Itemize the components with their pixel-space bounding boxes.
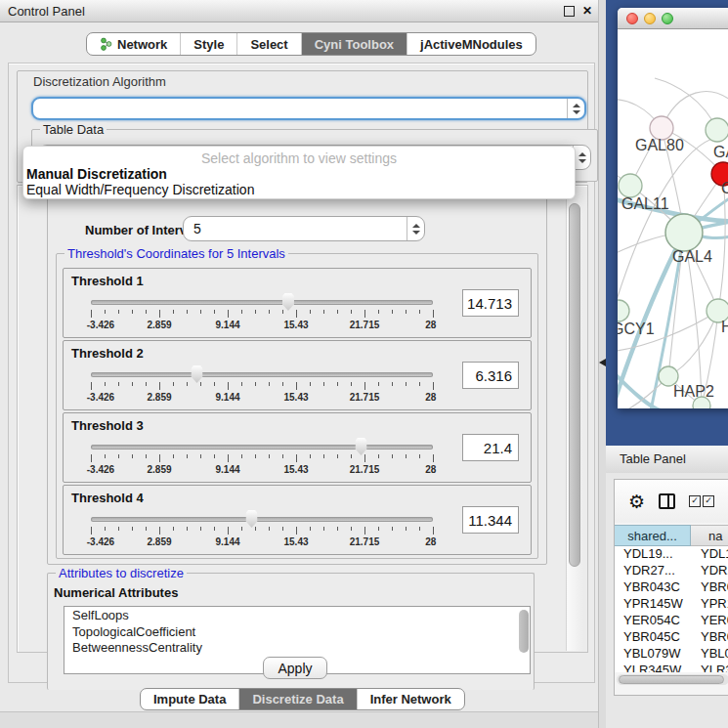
slider-tick-labels: -3.426 2.859 9.144 15.43 21.715 28 xyxy=(91,320,433,331)
tick-label: 2.859 xyxy=(147,464,171,475)
table-row[interactable]: YER054CYER0 xyxy=(615,613,728,629)
cell[interactable]: YBR0 xyxy=(690,629,728,646)
table-row[interactable]: YBR043CYBR0 xyxy=(615,579,728,596)
slider-handle[interactable] xyxy=(190,365,204,383)
slider-track[interactable] xyxy=(91,517,433,522)
slider-track[interactable] xyxy=(91,372,433,377)
tab-discretize-data[interactable]: Discretize Data xyxy=(239,689,357,709)
cell[interactable]: YLR345W xyxy=(615,663,690,672)
cell[interactable]: YER054C xyxy=(615,613,690,629)
threshold-3-value-field[interactable]: 21.4 xyxy=(462,434,519,461)
popup-hint: Select algorithm to view settings xyxy=(23,150,575,166)
algorithm-combobox[interactable] xyxy=(31,97,586,120)
threshold-1-slider[interactable]: -3.426 2.859 9.144 15.43 21.715 28 xyxy=(91,292,433,333)
table-horizontal-scrollbar-thumb[interactable] xyxy=(619,675,724,684)
slider-track[interactable] xyxy=(91,300,433,305)
cell[interactable]: YBL0 xyxy=(690,646,728,663)
checkbox-icon[interactable] xyxy=(703,495,714,507)
cell[interactable]: YDR2 xyxy=(690,563,728,579)
node-gcy1[interactable] xyxy=(618,300,629,321)
slider-handle[interactable] xyxy=(280,293,295,311)
mouse-cursor xyxy=(599,359,606,366)
combo-stepper-icon[interactable] xyxy=(567,99,584,118)
close-icon[interactable] xyxy=(582,5,592,17)
panel-scrollbar[interactable] xyxy=(566,187,583,651)
cell[interactable]: YBR0 xyxy=(690,579,728,596)
list-scrollbar[interactable] xyxy=(519,610,529,653)
gear-icon[interactable] xyxy=(628,492,645,511)
cell[interactable]: YPR1 xyxy=(690,596,728,613)
cell[interactable]: YDL19... xyxy=(615,546,690,563)
bottom-tab-bar: Impute Data Discretize Data Infer Networ… xyxy=(140,688,465,710)
threshold-1-value-field[interactable]: 14.713 xyxy=(462,289,519,317)
mac-minimize-button[interactable] xyxy=(644,13,656,24)
popup-option-manual-discretization[interactable]: Manual Discretization xyxy=(26,166,561,182)
network-canvas[interactable]: GAL80 GA C GAL11 GAL4 GCY1 H HAP2 xyxy=(618,29,728,408)
threshold-3-slider[interactable]: -3.426 2.859 9.144 15.43 21.715 28 xyxy=(91,437,433,478)
popup-option-equal-width-frequency[interactable]: Equal Width/Frequency Discretization xyxy=(26,182,561,197)
discretization-algorithm-label: Discretization Algorithm xyxy=(33,74,166,89)
slider-handle[interactable] xyxy=(244,510,259,528)
threshold-2-value-field[interactable]: 6.316 xyxy=(462,362,519,389)
tab-impute-data[interactable]: Impute Data xyxy=(141,689,239,709)
threshold-4-value-field[interactable]: 11.344 xyxy=(462,506,519,534)
cell[interactable]: YBR045C xyxy=(615,629,690,646)
checkbox-icon[interactable] xyxy=(689,495,701,507)
slider-handle[interactable] xyxy=(354,438,368,455)
tab-infer-network[interactable]: Infer Network xyxy=(358,689,464,709)
cell[interactable]: YBL079W xyxy=(615,646,690,663)
threshold-4-slider[interactable]: -3.426 2.859 9.144 15.43 21.715 28 xyxy=(91,509,433,550)
tick-label: 15.43 xyxy=(283,392,308,403)
table-toolbar xyxy=(615,480,728,523)
split-columns-icon[interactable] xyxy=(659,493,675,509)
table-row[interactable]: YDL19...YDL1 xyxy=(615,546,728,563)
column-header-name[interactable]: na xyxy=(691,525,728,546)
cell[interactable]: YER0 xyxy=(690,613,728,629)
node-gal4[interactable] xyxy=(665,214,703,251)
node-ga[interactable] xyxy=(706,118,728,142)
cell[interactable]: YBR043C xyxy=(615,579,690,596)
cell[interactable]: YPR145W xyxy=(615,596,690,613)
node-gal11[interactable] xyxy=(619,174,642,197)
table-panel-title: Table Panel xyxy=(620,451,686,466)
attribute-table: shared... na YDL19...YDL1 YDR27...YDR2 Y… xyxy=(615,525,728,697)
list-item[interactable]: BetweennessCentrality xyxy=(64,639,530,656)
list-item[interactable]: SelfLoops xyxy=(64,607,530,623)
cell[interactable]: YDL1 xyxy=(690,546,728,563)
threshold-2-slider[interactable]: -3.426 2.859 9.144 15.43 21.715 28 xyxy=(91,364,433,406)
tab-select[interactable]: Select xyxy=(237,33,301,55)
threshold-2-panel: Threshold 2 -3.426 2.859 9.144 15.43 xyxy=(63,340,532,410)
table-row[interactable]: YBR045CYBR0 xyxy=(615,629,728,646)
table-panel-body: shared... na YDL19...YDL1 YDR27...YDR2 Y… xyxy=(606,473,728,728)
column-header-shared-name[interactable]: shared... xyxy=(615,525,691,546)
threshold-4-label: Threshold 4 xyxy=(71,491,144,505)
mac-close-button[interactable] xyxy=(626,13,638,24)
tab-network[interactable]: Network xyxy=(87,33,181,55)
tab-jactivemnodules[interactable]: jActiveMNodules xyxy=(407,33,535,55)
number-of-intervals-spinner[interactable]: 5 xyxy=(183,216,425,241)
table-row[interactable]: YDR27...YDR2 xyxy=(615,563,728,579)
tab-impute-data-label: Impute Data xyxy=(153,692,226,707)
tab-cyni-toolbox-label: Cyni Toolbox xyxy=(315,37,394,52)
tab-style[interactable]: Style xyxy=(181,33,237,55)
float-window-icon[interactable] xyxy=(564,6,575,17)
number-of-intervals-value: 5 xyxy=(193,221,201,236)
tab-cyni-toolbox[interactable]: Cyni Toolbox xyxy=(302,33,407,55)
cell[interactable]: YLR3 xyxy=(690,663,728,672)
panel-scrollbar-thumb[interactable] xyxy=(569,203,580,567)
tick-label: 15.43 xyxy=(283,536,308,547)
tick-label: 21.715 xyxy=(350,392,380,403)
slider-tick-labels: -3.426 2.859 9.144 15.43 21.715 28 xyxy=(91,536,433,548)
table-row[interactable]: YBL079WYBL0 xyxy=(615,646,728,663)
table-horizontal-scrollbar[interactable] xyxy=(617,674,728,685)
tick-label: 2.859 xyxy=(147,536,171,547)
slider-track[interactable] xyxy=(91,445,433,450)
cell[interactable]: YDR27... xyxy=(615,563,690,579)
table-row[interactable]: YLR345WYLR3 xyxy=(615,663,728,672)
tick-label: 15.43 xyxy=(283,320,308,330)
spinner-stepper-icon[interactable] xyxy=(407,217,424,240)
apply-button[interactable]: Apply xyxy=(263,657,327,679)
list-item[interactable]: TopologicalCoefficient xyxy=(64,623,530,640)
mac-zoom-button[interactable] xyxy=(662,13,673,24)
table-row[interactable]: YPR145WYPR1 xyxy=(615,596,728,613)
